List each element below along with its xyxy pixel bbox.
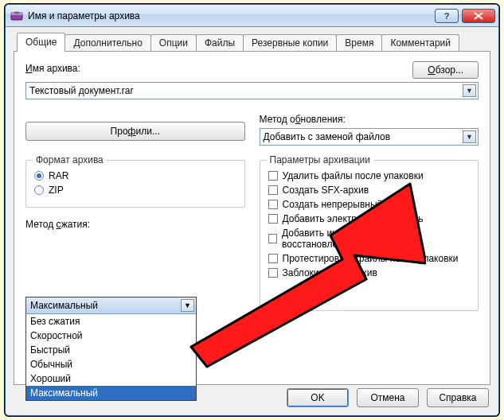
- check-recovery[interactable]: Добавить информацию для восстановления: [268, 228, 471, 250]
- check-lock[interactable]: Заблокировать архив: [268, 267, 471, 278]
- chevron-down-icon: ▼: [463, 84, 476, 97]
- radio-zip[interactable]: ZIP: [34, 185, 236, 196]
- compression-option[interactable]: Без сжатия: [26, 314, 196, 329]
- archive-name-label: Имя архива:: [25, 63, 80, 74]
- radio-icon: [34, 171, 44, 181]
- compression-label: Метод сжатия:: [25, 219, 245, 230]
- radio-rar[interactable]: RAR: [34, 170, 236, 181]
- checkbox-icon: [268, 200, 278, 209]
- profiles-button[interactable]: Профили...: [25, 122, 245, 141]
- dialog-window: Имя и параметры архива ? Общие Дополните…: [5, 4, 499, 416]
- tab-strip: Общие Дополнительно Опции Файлы Резервны…: [14, 34, 490, 52]
- checkbox-icon: [268, 234, 278, 243]
- compression-dropdown[interactable]: Максимальный ▼ Без сжатия Скоростной Быс…: [25, 297, 197, 401]
- cancel-button[interactable]: Отмена: [357, 388, 419, 407]
- dialog-footer: OK Отмена Справка: [287, 388, 489, 407]
- check-sfx[interactable]: Создать SFX-архив: [268, 185, 471, 196]
- compression-option[interactable]: Быстрый: [26, 343, 196, 357]
- tab-comment[interactable]: Комментарий: [381, 34, 459, 52]
- checkbox-icon: [268, 214, 278, 224]
- update-method-value: Добавить с заменой файлов: [264, 131, 391, 142]
- archive-name-combo[interactable]: Текстовый документ.rar ▼: [25, 82, 479, 99]
- titlebar[interactable]: Имя и параметры архива ?: [6, 5, 498, 27]
- help-footer-button[interactable]: Справка: [427, 388, 489, 407]
- chevron-down-icon: ▼: [463, 130, 476, 143]
- close-button[interactable]: [462, 9, 495, 23]
- compression-option[interactable]: Хороший: [26, 371, 196, 386]
- ok-button[interactable]: OK: [287, 388, 349, 407]
- format-fieldset: Формат архива RAR ZIP: [25, 160, 245, 208]
- checkbox-icon: [268, 268, 278, 278]
- compression-option[interactable]: Обычный: [26, 357, 196, 371]
- params-legend: Параметры архивации: [267, 154, 373, 165]
- check-delete-after[interactable]: Удалить файлы после упаковки: [268, 170, 471, 181]
- tab-files[interactable]: Файлы: [196, 34, 244, 52]
- checkbox-icon: [268, 171, 278, 181]
- window-title: Имя и параметры архива: [28, 10, 430, 21]
- tab-time[interactable]: Время: [336, 34, 382, 52]
- radio-zip-label: ZIP: [49, 185, 64, 196]
- compression-option[interactable]: Скоростной: [26, 329, 196, 343]
- radio-rar-label: RAR: [49, 170, 68, 181]
- help-button[interactable]: ?: [435, 9, 459, 23]
- compression-selected[interactable]: Максимальный ▼: [26, 298, 196, 314]
- check-test[interactable]: Протестировать файлы после упаковки: [268, 253, 471, 264]
- svg-rect-2: [15, 12, 18, 14]
- chevron-down-icon: ▼: [181, 299, 194, 312]
- compression-option-selected[interactable]: Максимальный: [26, 386, 196, 400]
- checkbox-icon: [268, 254, 278, 263]
- client-area: Общие Дополнительно Опции Файлы Резервны…: [6, 27, 498, 393]
- params-fieldset: Параметры архивации Удалить файлы после …: [260, 160, 479, 311]
- check-sign[interactable]: Добавить электронную подпись: [268, 213, 471, 224]
- check-solid[interactable]: Создать непрерывный архив: [268, 199, 471, 210]
- format-legend: Формат архива: [33, 154, 107, 165]
- tab-options[interactable]: Опции: [150, 34, 197, 52]
- update-method-combo[interactable]: Добавить с заменой файлов ▼: [260, 128, 479, 146]
- tab-general[interactable]: Общие: [17, 33, 65, 52]
- tab-body: Имя архива: Обзор... Текстовый документ.…: [14, 51, 490, 385]
- tab-advanced[interactable]: Дополнительно: [64, 34, 150, 52]
- update-method-label: Метод обновления:: [260, 114, 479, 125]
- browse-button[interactable]: Обзор...: [412, 61, 479, 79]
- app-icon: [10, 10, 23, 22]
- archive-name-value: Текстовый документ.rar: [29, 85, 133, 96]
- tab-backup[interactable]: Резервные копии: [243, 34, 337, 52]
- radio-icon: [34, 185, 44, 195]
- checkbox-icon: [268, 185, 278, 195]
